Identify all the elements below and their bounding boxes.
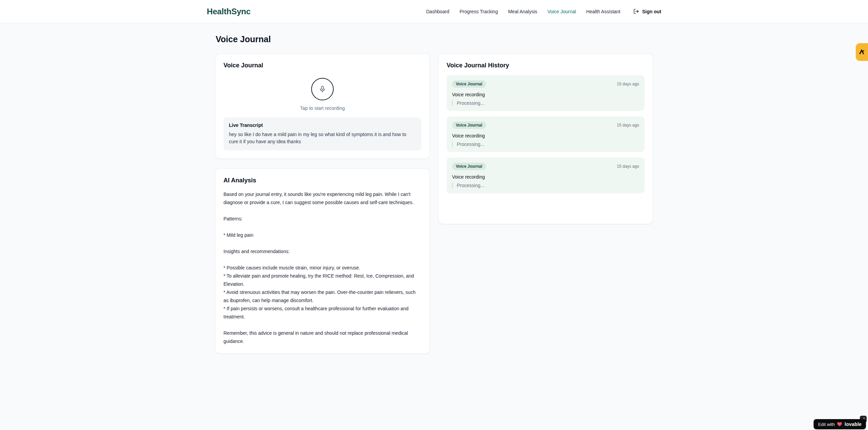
main-content: Voice Journal Voice Journal [215, 23, 653, 354]
history-card-title: Voice Journal History [447, 62, 645, 69]
nav-item-progress-tracking[interactable]: Progress Tracking [460, 9, 498, 14]
tap-to-record-hint: Tap to start recording [300, 105, 345, 111]
entry-type-badge: Voice Journal [452, 80, 486, 88]
entry-label: Voice recording [452, 133, 639, 138]
voice-recorder-card: Voice Journal Tap to start recording [215, 53, 430, 159]
nav-item-dashboard[interactable]: Dashboard [426, 9, 450, 14]
record-button[interactable] [311, 78, 334, 100]
live-transcript-box: Live Transcript hey so like I do have a … [223, 117, 421, 150]
entry-timestamp: 15 days ago [617, 82, 639, 86]
app-logo[interactable]: HealthSync [207, 7, 251, 16]
ai-analysis-card: AI Analysis Based on your journal entry,… [215, 168, 430, 354]
edge-widget-button[interactable] [856, 43, 868, 61]
main-nav: Dashboard Progress Tracking Meal Analysi… [426, 9, 661, 14]
lovable-brand-label: lovable [845, 421, 862, 427]
microphone-icon [319, 85, 326, 93]
entry-status: Processing... [452, 142, 639, 147]
edit-with-lovable-badge[interactable]: Edit with lovable [814, 419, 866, 429]
entry-label: Voice recording [452, 92, 639, 97]
recorder-card-title: Voice Journal [223, 62, 421, 69]
ai-analysis-text: Based on your journal entry, it sounds l… [223, 190, 421, 345]
page-title: Voice Journal [216, 34, 653, 44]
sign-out-button[interactable]: Sign out [633, 9, 661, 14]
top-navbar: HealthSync Dashboard Progress Tracking M… [0, 0, 868, 23]
live-transcript-text: hey so like I do have a mild pain in my … [229, 131, 416, 145]
logout-icon [633, 9, 639, 14]
nav-item-health-assistant[interactable]: Health Assistant [586, 9, 620, 14]
entry-type-badge: Voice Journal [452, 121, 486, 129]
entry-label: Voice recording [452, 174, 639, 180]
entry-status: Processing... [452, 183, 639, 188]
nav-item-voice-journal[interactable]: Voice Journal [548, 9, 576, 14]
nav-item-meal-analysis[interactable]: Meal Analysis [508, 9, 537, 14]
history-entry: Voice Journal 15 days ago Voice recordin… [447, 75, 645, 111]
widget-logo-icon [858, 49, 865, 55]
heart-icon [837, 422, 842, 427]
live-transcript-title: Live Transcript [229, 122, 416, 128]
sign-out-label: Sign out [642, 9, 661, 14]
entry-timestamp: 15 days ago [617, 123, 639, 128]
history-entry: Voice Journal 15 days ago Voice recordin… [447, 116, 645, 152]
ai-analysis-title: AI Analysis [223, 177, 421, 184]
entry-status: Processing... [452, 100, 639, 106]
history-entry: Voice Journal 15 days ago Voice recordin… [447, 158, 645, 193]
voice-journal-history-card: Voice Journal History Voice Journal 15 d… [438, 53, 653, 224]
entry-type-badge: Voice Journal [452, 163, 486, 170]
edit-with-label: Edit with [818, 422, 835, 427]
entry-timestamp: 15 days ago [617, 164, 639, 169]
